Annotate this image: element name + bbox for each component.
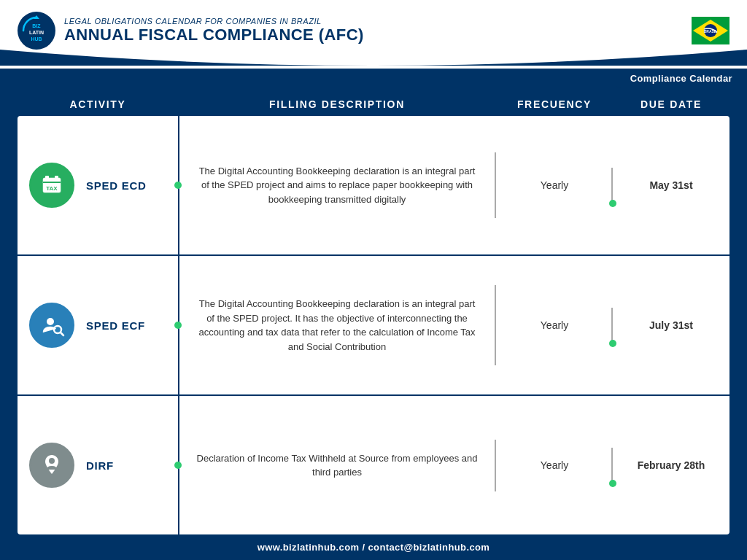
logo-text-area: LEGAL OBLIGATIONS CALENDAR FOR COMPANIES…	[64, 17, 364, 44]
page: BIZ LATIN HUB LEGAL OBLIGATIONS CALENDAR…	[0, 0, 747, 560]
col-description-2: The Digital Accounting Bookkeeping decla…	[178, 285, 496, 365]
col-activity-3: DIRF	[18, 431, 178, 499]
svg-text:HUB: HUB	[31, 36, 42, 42]
logo-area: BIZ LATIN HUB LEGAL OBLIGATIONS CALENDAR…	[18, 12, 364, 50]
col-duedate-1: May 31st	[613, 168, 729, 203]
sped-ecd-label: SPED ECD	[86, 179, 147, 192]
biz-latin-hub-logo-icon: BIZ LATIN HUB	[18, 12, 55, 50]
dirf-icon	[29, 443, 74, 488]
col-description-3: Declaration of Income Tax Withheld at So…	[178, 440, 496, 491]
col-activity-2: SPED ECF	[18, 291, 178, 359]
person-location-icon	[39, 452, 65, 478]
footer-contact: www.bizlatinhub.com / contact@bizlatinhu…	[258, 542, 490, 553]
svg-text:TAX: TAX	[46, 185, 58, 192]
person-search-icon	[39, 312, 65, 338]
sped-ecf-label: SPED ECF	[86, 319, 145, 332]
compliance-badge-row: Compliance Calendar	[0, 69, 747, 88]
col-frecuency-3: Yearly	[496, 448, 613, 483]
table-row: DIRF Declaration of Income Tax Withheld …	[18, 396, 729, 534]
sped-ecf-icon	[29, 303, 74, 348]
col-frecuency-2: Yearly	[496, 308, 613, 343]
table-row: SPED ECF The Digital Accounting Bookkeep…	[18, 256, 729, 396]
dot-frecuency-2	[609, 340, 616, 347]
svg-point-17	[49, 458, 55, 464]
sped-ecd-icon: TAX	[29, 163, 74, 208]
svg-text:LATIN: LATIN	[29, 30, 44, 35]
col-description-1: The Digital Accounting Bookkeeping decla…	[178, 152, 496, 219]
svg-rect-10	[45, 176, 49, 180]
col-activity-1: TAX SPED ECD	[18, 151, 178, 219]
table-header: ACTIVITY FILLING DESCRIPTION FRECUENCY D…	[18, 88, 729, 116]
svg-point-14	[47, 318, 54, 325]
footer: www.bizlatinhub.com / contact@bizlatinhu…	[0, 534, 747, 560]
dot-frecuency-1	[609, 200, 616, 207]
svg-text:BIZ: BIZ	[32, 23, 41, 28]
dot-frecuency-3	[609, 480, 616, 487]
th-activity: ACTIVITY	[18, 98, 178, 110]
header: BIZ LATIN HUB LEGAL OBLIGATIONS CALENDAR…	[0, 0, 747, 50]
col-duedate-2: July 31st	[613, 308, 729, 343]
svg-line-16	[61, 332, 63, 335]
table-row: TAX SPED ECD The Digital Accounting Book…	[18, 116, 729, 256]
th-duedate: DUE DATE	[613, 98, 729, 110]
col-duedate-3: February 28th	[613, 448, 729, 483]
col-frecuency-1: Yearly	[496, 168, 613, 203]
svg-rect-11	[55, 176, 58, 180]
svg-text:BRASIL: BRASIL	[704, 29, 718, 34]
main-content: ACTIVITY FILLING DESCRIPTION FRECUENCY D…	[0, 88, 747, 534]
header-subtitle: LEGAL OBLIGATIONS CALENDAR FOR COMPANIES…	[64, 17, 364, 26]
th-description: FILLING DESCRIPTION	[178, 98, 496, 110]
tax-icon: TAX	[39, 172, 65, 198]
header-title: ANNUAL FISCAL COMPLIANCE (AFC)	[64, 26, 364, 44]
header-wave	[0, 50, 747, 66]
brazil-flag-icon: BRASIL	[692, 17, 729, 44]
svg-rect-12	[43, 182, 61, 183]
dirf-label: DIRF	[86, 459, 114, 472]
th-frecuency: FRECUENCY	[496, 98, 613, 110]
table-body: TAX SPED ECD The Digital Accounting Book…	[18, 116, 729, 534]
compliance-badge: Compliance Calendar	[616, 69, 747, 88]
